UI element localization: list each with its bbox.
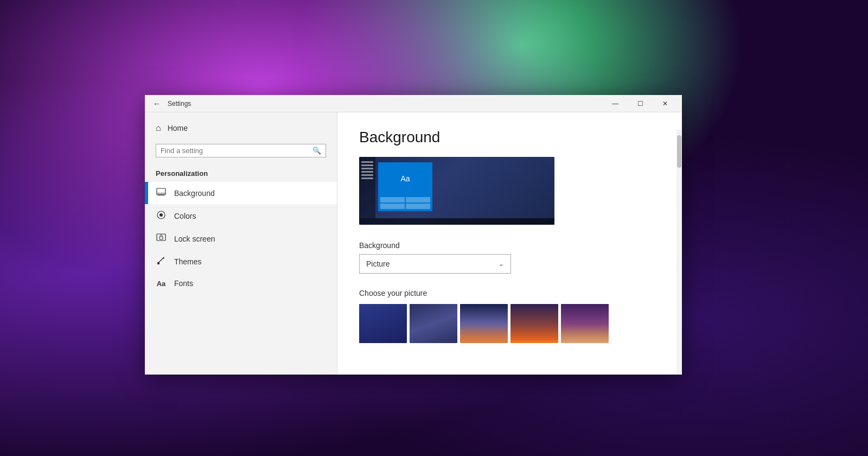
preview-tile bbox=[406, 204, 430, 209]
sidebar-item-background[interactable]: Background bbox=[145, 182, 337, 204]
background-section-label: Background bbox=[359, 241, 660, 250]
themes-icon bbox=[156, 256, 167, 267]
preview-sidebar-item bbox=[361, 161, 373, 163]
svg-rect-3 bbox=[158, 194, 164, 195]
picture-thumb-5[interactable] bbox=[561, 304, 609, 343]
svg-rect-8 bbox=[157, 262, 159, 264]
svg-rect-7 bbox=[159, 237, 163, 239]
titlebar: ← Settings — ☐ ✕ bbox=[145, 95, 682, 112]
window-title: Settings bbox=[168, 100, 603, 107]
colors-nav-label: Colors bbox=[174, 212, 196, 220]
sidebar-item-colors[interactable]: Colors bbox=[145, 204, 337, 227]
preview-container: Aa bbox=[359, 157, 554, 225]
close-button[interactable]: ✕ bbox=[653, 95, 678, 112]
fonts-nav-label: Fonts bbox=[174, 279, 193, 288]
picture-thumb-1[interactable] bbox=[359, 304, 407, 343]
window-controls: — ☐ ✕ bbox=[603, 95, 678, 112]
preview-tile bbox=[406, 197, 430, 202]
svg-rect-0 bbox=[157, 188, 165, 195]
preview-sidebar-item bbox=[361, 171, 373, 173]
preview-taskbar bbox=[359, 218, 554, 225]
chevron-down-icon: ⌄ bbox=[499, 260, 504, 268]
minimize-button[interactable]: — bbox=[603, 95, 628, 112]
sidebar: ⌂ Home 🔍 Personalization Background bbox=[145, 112, 337, 375]
preview-window: Aa bbox=[378, 162, 432, 211]
preview-sidebar-item bbox=[361, 164, 373, 166]
scrollbar-track[interactable] bbox=[676, 130, 682, 375]
page-title: Background bbox=[359, 129, 660, 146]
home-label: Home bbox=[168, 124, 188, 132]
preview-tile bbox=[380, 204, 405, 209]
maximize-button[interactable]: ☐ bbox=[628, 95, 653, 112]
home-icon: ⌂ bbox=[156, 123, 161, 133]
window-body: ⌂ Home 🔍 Personalization Background bbox=[145, 112, 682, 375]
settings-window: ← Settings — ☐ ✕ ⌂ Home 🔍 Personalizatio… bbox=[145, 95, 682, 375]
dropdown-value: Picture bbox=[366, 259, 390, 268]
colors-icon bbox=[156, 210, 167, 221]
personalization-label: Personalization bbox=[145, 163, 337, 182]
lock-screen-icon bbox=[156, 233, 167, 244]
main-content: Background Aa bbox=[337, 112, 682, 375]
picture-grid bbox=[359, 304, 660, 343]
fonts-icon: Aa bbox=[156, 280, 167, 288]
sidebar-item-home[interactable]: ⌂ Home bbox=[145, 118, 337, 138]
back-button[interactable]: ← bbox=[149, 96, 164, 111]
background-icon bbox=[156, 188, 167, 198]
preview-sidebar-item bbox=[361, 168, 373, 169]
svg-point-5 bbox=[159, 213, 163, 217]
svg-rect-1 bbox=[157, 188, 165, 195]
preview-window-text: Aa bbox=[378, 162, 432, 195]
sidebar-item-lock-screen[interactable]: Lock screen bbox=[145, 227, 337, 250]
preview-sidebar-item bbox=[361, 178, 373, 179]
picture-thumb-3[interactable] bbox=[460, 304, 508, 343]
preview-window-tiles bbox=[378, 195, 432, 211]
preview-tile bbox=[380, 197, 405, 202]
sidebar-item-themes[interactable]: Themes bbox=[145, 250, 337, 273]
background-nav-label: Background bbox=[174, 189, 215, 198]
picture-thumb-2[interactable] bbox=[410, 304, 457, 343]
search-icon: 🔍 bbox=[312, 147, 321, 155]
lock-screen-nav-label: Lock screen bbox=[174, 235, 215, 243]
sidebar-item-fonts[interactable]: Aa Fonts bbox=[145, 273, 337, 294]
themes-nav-label: Themes bbox=[174, 257, 202, 266]
preview-sidebar-item bbox=[361, 174, 373, 176]
choose-picture-label: Choose your picture bbox=[359, 289, 660, 297]
preview-sidebar bbox=[359, 157, 375, 218]
search-box[interactable]: 🔍 bbox=[156, 144, 326, 157]
picture-thumb-4[interactable] bbox=[510, 304, 558, 343]
search-input[interactable] bbox=[161, 147, 309, 155]
background-type-dropdown[interactable]: Picture ⌄ bbox=[359, 254, 511, 274]
scrollbar-thumb[interactable] bbox=[677, 135, 681, 168]
